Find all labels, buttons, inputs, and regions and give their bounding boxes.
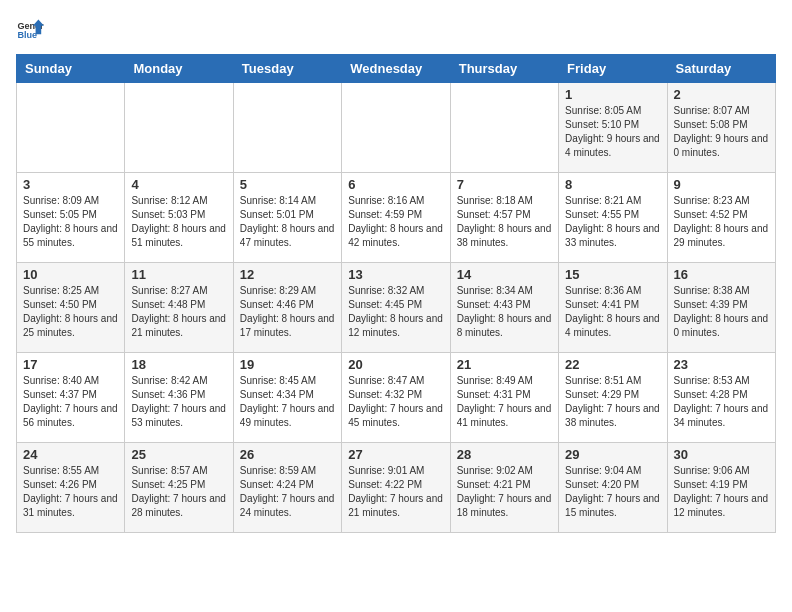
- day-number: 23: [674, 357, 769, 372]
- day-number: 9: [674, 177, 769, 192]
- day-info: Sunrise: 8:05 AM Sunset: 5:10 PM Dayligh…: [565, 104, 660, 160]
- day-info: Sunrise: 8:18 AM Sunset: 4:57 PM Dayligh…: [457, 194, 552, 250]
- day-info: Sunrise: 8:14 AM Sunset: 5:01 PM Dayligh…: [240, 194, 335, 250]
- day-number: 12: [240, 267, 335, 282]
- weekday-header-friday: Friday: [559, 55, 667, 83]
- calendar-cell: 13Sunrise: 8:32 AM Sunset: 4:45 PM Dayli…: [342, 263, 450, 353]
- day-number: 15: [565, 267, 660, 282]
- day-info: Sunrise: 8:23 AM Sunset: 4:52 PM Dayligh…: [674, 194, 769, 250]
- day-info: Sunrise: 9:01 AM Sunset: 4:22 PM Dayligh…: [348, 464, 443, 520]
- day-info: Sunrise: 8:38 AM Sunset: 4:39 PM Dayligh…: [674, 284, 769, 340]
- day-number: 28: [457, 447, 552, 462]
- day-number: 22: [565, 357, 660, 372]
- day-number: 11: [131, 267, 226, 282]
- day-number: 10: [23, 267, 118, 282]
- day-info: Sunrise: 8:51 AM Sunset: 4:29 PM Dayligh…: [565, 374, 660, 430]
- calendar-cell: [125, 83, 233, 173]
- day-number: 25: [131, 447, 226, 462]
- day-info: Sunrise: 8:25 AM Sunset: 4:50 PM Dayligh…: [23, 284, 118, 340]
- weekday-header-row: SundayMondayTuesdayWednesdayThursdayFrid…: [17, 55, 776, 83]
- day-number: 3: [23, 177, 118, 192]
- day-number: 6: [348, 177, 443, 192]
- weekday-header-tuesday: Tuesday: [233, 55, 341, 83]
- calendar-cell: 25Sunrise: 8:57 AM Sunset: 4:25 PM Dayli…: [125, 443, 233, 533]
- calendar-cell: 19Sunrise: 8:45 AM Sunset: 4:34 PM Dayli…: [233, 353, 341, 443]
- day-info: Sunrise: 8:27 AM Sunset: 4:48 PM Dayligh…: [131, 284, 226, 340]
- calendar-cell: 3Sunrise: 8:09 AM Sunset: 5:05 PM Daylig…: [17, 173, 125, 263]
- weekday-header-wednesday: Wednesday: [342, 55, 450, 83]
- calendar-table: SundayMondayTuesdayWednesdayThursdayFrid…: [16, 54, 776, 533]
- calendar-cell: 6Sunrise: 8:16 AM Sunset: 4:59 PM Daylig…: [342, 173, 450, 263]
- day-number: 17: [23, 357, 118, 372]
- calendar-cell: 30Sunrise: 9:06 AM Sunset: 4:19 PM Dayli…: [667, 443, 775, 533]
- calendar-cell: 10Sunrise: 8:25 AM Sunset: 4:50 PM Dayli…: [17, 263, 125, 353]
- calendar-cell: 24Sunrise: 8:55 AM Sunset: 4:26 PM Dayli…: [17, 443, 125, 533]
- calendar-cell: 11Sunrise: 8:27 AM Sunset: 4:48 PM Dayli…: [125, 263, 233, 353]
- calendar-cell: 21Sunrise: 8:49 AM Sunset: 4:31 PM Dayli…: [450, 353, 558, 443]
- day-number: 24: [23, 447, 118, 462]
- day-info: Sunrise: 8:53 AM Sunset: 4:28 PM Dayligh…: [674, 374, 769, 430]
- calendar-cell: [342, 83, 450, 173]
- day-number: 30: [674, 447, 769, 462]
- day-number: 27: [348, 447, 443, 462]
- day-number: 26: [240, 447, 335, 462]
- calendar-cell: 17Sunrise: 8:40 AM Sunset: 4:37 PM Dayli…: [17, 353, 125, 443]
- logo: General Blue: [16, 16, 44, 44]
- calendar-cell: 23Sunrise: 8:53 AM Sunset: 4:28 PM Dayli…: [667, 353, 775, 443]
- day-info: Sunrise: 9:06 AM Sunset: 4:19 PM Dayligh…: [674, 464, 769, 520]
- calendar-cell: 5Sunrise: 8:14 AM Sunset: 5:01 PM Daylig…: [233, 173, 341, 263]
- calendar-cell: 26Sunrise: 8:59 AM Sunset: 4:24 PM Dayli…: [233, 443, 341, 533]
- day-number: 13: [348, 267, 443, 282]
- calendar-cell: 14Sunrise: 8:34 AM Sunset: 4:43 PM Dayli…: [450, 263, 558, 353]
- day-info: Sunrise: 8:40 AM Sunset: 4:37 PM Dayligh…: [23, 374, 118, 430]
- week-row-5: 24Sunrise: 8:55 AM Sunset: 4:26 PM Dayli…: [17, 443, 776, 533]
- week-row-4: 17Sunrise: 8:40 AM Sunset: 4:37 PM Dayli…: [17, 353, 776, 443]
- calendar-cell: 20Sunrise: 8:47 AM Sunset: 4:32 PM Dayli…: [342, 353, 450, 443]
- calendar-cell: 7Sunrise: 8:18 AM Sunset: 4:57 PM Daylig…: [450, 173, 558, 263]
- week-row-1: 1Sunrise: 8:05 AM Sunset: 5:10 PM Daylig…: [17, 83, 776, 173]
- day-number: 18: [131, 357, 226, 372]
- day-info: Sunrise: 8:49 AM Sunset: 4:31 PM Dayligh…: [457, 374, 552, 430]
- weekday-header-sunday: Sunday: [17, 55, 125, 83]
- day-number: 19: [240, 357, 335, 372]
- week-row-2: 3Sunrise: 8:09 AM Sunset: 5:05 PM Daylig…: [17, 173, 776, 263]
- calendar-cell: 28Sunrise: 9:02 AM Sunset: 4:21 PM Dayli…: [450, 443, 558, 533]
- day-number: 14: [457, 267, 552, 282]
- calendar-cell: 15Sunrise: 8:36 AM Sunset: 4:41 PM Dayli…: [559, 263, 667, 353]
- day-info: Sunrise: 8:57 AM Sunset: 4:25 PM Dayligh…: [131, 464, 226, 520]
- day-info: Sunrise: 8:42 AM Sunset: 4:36 PM Dayligh…: [131, 374, 226, 430]
- day-number: 20: [348, 357, 443, 372]
- svg-text:Blue: Blue: [17, 30, 37, 40]
- day-number: 5: [240, 177, 335, 192]
- calendar-cell: [17, 83, 125, 173]
- calendar-cell: 2Sunrise: 8:07 AM Sunset: 5:08 PM Daylig…: [667, 83, 775, 173]
- day-info: Sunrise: 9:04 AM Sunset: 4:20 PM Dayligh…: [565, 464, 660, 520]
- day-info: Sunrise: 8:21 AM Sunset: 4:55 PM Dayligh…: [565, 194, 660, 250]
- day-number: 16: [674, 267, 769, 282]
- week-row-3: 10Sunrise: 8:25 AM Sunset: 4:50 PM Dayli…: [17, 263, 776, 353]
- calendar-cell: 9Sunrise: 8:23 AM Sunset: 4:52 PM Daylig…: [667, 173, 775, 263]
- day-info: Sunrise: 8:55 AM Sunset: 4:26 PM Dayligh…: [23, 464, 118, 520]
- calendar-cell: [233, 83, 341, 173]
- header: General Blue: [16, 16, 776, 44]
- day-number: 8: [565, 177, 660, 192]
- calendar-cell: 29Sunrise: 9:04 AM Sunset: 4:20 PM Dayli…: [559, 443, 667, 533]
- day-number: 2: [674, 87, 769, 102]
- calendar-cell: 4Sunrise: 8:12 AM Sunset: 5:03 PM Daylig…: [125, 173, 233, 263]
- day-number: 1: [565, 87, 660, 102]
- calendar-cell: 8Sunrise: 8:21 AM Sunset: 4:55 PM Daylig…: [559, 173, 667, 263]
- logo-icon: General Blue: [16, 16, 44, 44]
- day-info: Sunrise: 8:32 AM Sunset: 4:45 PM Dayligh…: [348, 284, 443, 340]
- weekday-header-saturday: Saturday: [667, 55, 775, 83]
- day-number: 21: [457, 357, 552, 372]
- day-info: Sunrise: 8:16 AM Sunset: 4:59 PM Dayligh…: [348, 194, 443, 250]
- calendar-cell: 12Sunrise: 8:29 AM Sunset: 4:46 PM Dayli…: [233, 263, 341, 353]
- calendar-cell: 22Sunrise: 8:51 AM Sunset: 4:29 PM Dayli…: [559, 353, 667, 443]
- day-number: 4: [131, 177, 226, 192]
- calendar-cell: [450, 83, 558, 173]
- day-info: Sunrise: 9:02 AM Sunset: 4:21 PM Dayligh…: [457, 464, 552, 520]
- weekday-header-monday: Monday: [125, 55, 233, 83]
- day-number: 7: [457, 177, 552, 192]
- day-number: 29: [565, 447, 660, 462]
- day-info: Sunrise: 8:36 AM Sunset: 4:41 PM Dayligh…: [565, 284, 660, 340]
